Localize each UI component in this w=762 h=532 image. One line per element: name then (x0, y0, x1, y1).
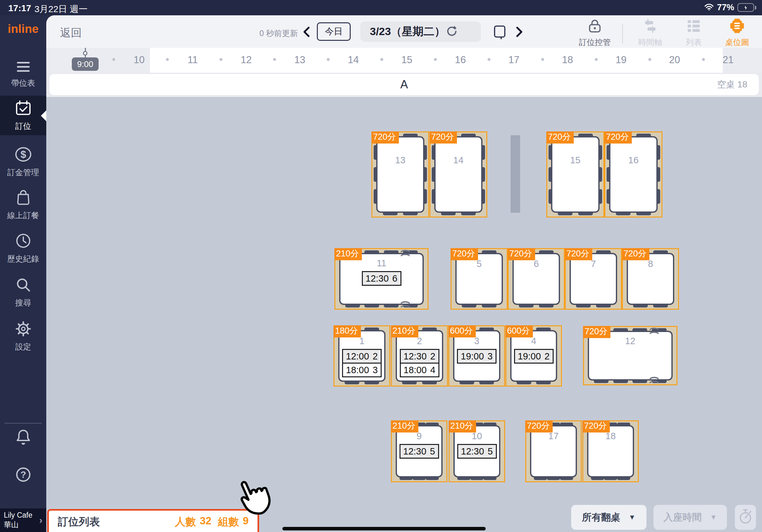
table-10[interactable]: 210分 10 12:305 (449, 420, 505, 482)
refresh-icon[interactable] (445, 24, 459, 39)
sidebar-item-deposits[interactable]: $ 訂金管理 (0, 141, 46, 182)
today-button[interactable]: 今日 (317, 22, 351, 41)
section-name: A (400, 78, 408, 91)
duration-badge: 720分 (565, 248, 592, 260)
view-booking-control[interactable]: 訂位控管 (579, 18, 611, 47)
table-14[interactable]: 720分 14 (429, 131, 487, 218)
seat-time-dropdown[interactable]: 入座時間 ▼ (653, 505, 727, 530)
view-timeline[interactable]: 時間軸 (634, 18, 666, 47)
booking-chip[interactable]: 19:002 (514, 349, 554, 364)
sidebar-divider (4, 423, 42, 424)
booking-chips: 19:002 (514, 349, 554, 364)
table-11[interactable]: 210分 (( (( 11 12:306 (335, 248, 428, 310)
notifications-bell-button[interactable] (0, 428, 46, 448)
hour-label: 14 (348, 54, 359, 66)
booking-chip[interactable]: 18:003 (342, 363, 382, 377)
booking-chip[interactable]: 12:305 (400, 444, 439, 459)
booking-chip[interactable]: 19:003 (457, 349, 496, 364)
booking-time: 19:00 (461, 351, 484, 362)
table-13[interactable]: 720分 13 (371, 131, 429, 218)
tick-dot (112, 58, 115, 61)
table-number: 14 (453, 155, 463, 166)
horizontal-scrollbar[interactable] (282, 527, 486, 530)
duration-badge: 210分 (391, 325, 418, 337)
next-day-button[interactable] (515, 27, 524, 38)
tick-dot (219, 58, 222, 61)
booking-chips: 19:003 (457, 349, 496, 364)
search-icon (15, 277, 32, 295)
lock-icon (587, 18, 603, 35)
duration-badge: 720分 (451, 248, 478, 260)
table-2[interactable]: 210分 2 12:302 18:004 (391, 325, 448, 386)
table-extension-mark: (( (649, 376, 660, 384)
tick-dot (488, 58, 491, 61)
date-selector[interactable]: 3/23（星期二） (360, 21, 481, 42)
current-date-label: 3/23（星期二） (370, 24, 445, 39)
table-surface: 16 (609, 136, 658, 213)
table-1[interactable]: 180分 1 12:002 18:003 (334, 325, 390, 386)
table-number: 3 (474, 336, 479, 346)
table-8[interactable]: 720分 8 (622, 248, 679, 310)
hour-label: 17 (508, 54, 519, 66)
table-18[interactable]: 720分 18 (582, 420, 639, 482)
sidebar-item-seating-chart[interactable]: 帶位表 (0, 54, 46, 95)
booking-party: 2 (373, 351, 378, 362)
back-button[interactable]: 返回 (60, 26, 82, 40)
toolbar: 返回 0 秒前更新 今日 3/23（星期二） (46, 15, 762, 48)
hour-label: 16 (455, 54, 466, 66)
sidebar-item-online-orders[interactable]: 線上訂餐 (0, 184, 46, 226)
previous-day-button[interactable] (302, 27, 311, 38)
sidebar-item-label: 搜尋 (15, 298, 31, 308)
booking-chip[interactable]: 12:002 (342, 349, 382, 364)
timeline-icon (642, 18, 658, 35)
booking-chip[interactable]: 18:004 (400, 363, 439, 377)
venue-switcher[interactable]: Lily Cafe 華山 › (0, 508, 46, 532)
booking-chip[interactable]: 12:306 (362, 271, 402, 286)
table-17[interactable]: 720分 17 (525, 420, 582, 482)
table-number: 4 (531, 336, 536, 346)
tick-dot (702, 58, 705, 61)
help-button[interactable]: ? (0, 466, 46, 485)
battery-cap (755, 6, 756, 10)
sidebar-item-settings[interactable]: 設定 (0, 315, 46, 357)
table-4[interactable]: 600分 4 19:002 (505, 325, 562, 386)
reservation-list-button[interactable]: 訂位列表 人數32組數9 (47, 509, 259, 532)
note-icon[interactable] (493, 24, 507, 41)
table-15[interactable]: 720分 15 (546, 131, 604, 218)
turnover-filter-dropdown[interactable]: 所有翻桌 ▼ (571, 505, 647, 530)
shopping-bag-icon (15, 189, 31, 207)
clock-icon (15, 233, 32, 250)
table-5[interactable]: 720分 5 (451, 248, 508, 310)
sidebar-item-label: 線上訂餐 (7, 210, 39, 221)
table-9[interactable]: 210分 9 12:305 (391, 420, 447, 482)
timer-button[interactable] (735, 505, 756, 530)
table-16[interactable]: 720分 16 (604, 131, 662, 218)
table-6[interactable]: 720分 6 (508, 248, 565, 310)
sidebar-item-label: 歷史紀錄 (7, 253, 39, 264)
tick-dot (273, 58, 276, 61)
sidebar-item-search[interactable]: 搜尋 (0, 271, 46, 313)
table-12[interactable]: 720分 (( (( 12 (583, 326, 677, 385)
table-surface: 12 (588, 331, 673, 380)
view-floor-map[interactable]: 桌位圖 (721, 18, 753, 47)
booking-chip[interactable]: 12:305 (457, 444, 497, 459)
table-7[interactable]: 720分 7 (565, 248, 622, 310)
booking-time: 12:30 (366, 273, 389, 284)
sidebar-item-label: 訂金管理 (7, 167, 39, 178)
tick-dot (327, 58, 330, 61)
sidebar-item-reservations[interactable]: 訂位 (0, 96, 46, 135)
booking-party: 5 (488, 446, 493, 457)
duration-badge: 720分 (622, 248, 649, 260)
table-number: 2 (417, 336, 422, 346)
hour-label: 15 (402, 54, 412, 66)
booking-party: 3 (488, 351, 493, 362)
duration-badge: 600分 (505, 325, 533, 337)
table-3[interactable]: 600分 3 19:003 (448, 325, 505, 386)
section-header[interactable]: A 空桌 18 (49, 74, 759, 95)
booking-chip[interactable]: 12:302 (400, 349, 439, 364)
table-surface: 10 12:305 (453, 425, 500, 478)
inline-logo: inline (0, 22, 46, 36)
view-list[interactable]: 列表 (678, 18, 710, 47)
sidebar-item-history[interactable]: 歷史紀錄 (0, 228, 46, 269)
sidebar-item-label: 設定 (15, 342, 31, 352)
